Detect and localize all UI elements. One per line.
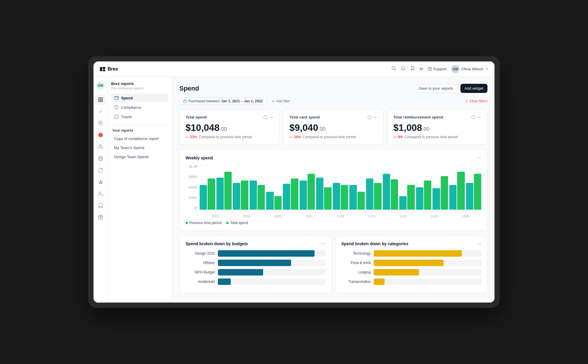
- add-filter-button[interactable]: Add filter: [269, 98, 293, 104]
- svg-rect-2: [103, 69, 105, 71]
- categories-chart-card: Spend broken down by categories Technolo…: [335, 236, 487, 293]
- sidebar-icon-alert[interactable]: [95, 130, 106, 140]
- categories-more-icon[interactable]: [477, 241, 481, 246]
- svg-point-52: [480, 158, 481, 158]
- sidebar-icons: OW: [93, 77, 108, 303]
- clear-filters-button[interactable]: Clear filters: [465, 99, 487, 103]
- brex-logo[interactable]: Brex: [99, 66, 118, 72]
- svg-point-37: [272, 117, 273, 117]
- sidebar-item-spend[interactable]: Spend: [111, 93, 168, 102]
- sidebar-icon-dashboard[interactable]: [95, 94, 106, 105]
- info-icon-0[interactable]: [263, 115, 268, 119]
- svg-point-54: [323, 243, 324, 244]
- bar-current-7: [324, 187, 331, 210]
- category-label-0: Technology: [341, 251, 371, 256]
- support-icon: [428, 67, 432, 71]
- kpi-title-2: Total reimbursement spend: [393, 115, 443, 119]
- budget-track-3: [218, 278, 325, 285]
- category-fill-2: [374, 269, 419, 275]
- weekly-chart-container: $1.2M $900K $600K $300K $0: [186, 165, 481, 218]
- sidebar-report-my-teams-spend[interactable]: My Team's Spend: [111, 143, 168, 152]
- svg-point-14: [99, 145, 101, 146]
- sidebar-item-travel[interactable]: Travel: [111, 112, 168, 121]
- sidebar-icon-home[interactable]: OW: [95, 80, 106, 91]
- sidebar-icon-globe[interactable]: [95, 153, 106, 164]
- bar-current-3: [258, 185, 265, 210]
- search-icon[interactable]: [391, 66, 396, 72]
- more-icon-2[interactable]: [477, 115, 481, 119]
- budgets-more-icon[interactable]: [321, 241, 325, 246]
- budget-label-3: Incidentals: [186, 280, 215, 284]
- svg-rect-0: [100, 67, 102, 71]
- sidebar-icon-file[interactable]: [95, 165, 106, 176]
- sidebar-icon-users[interactable]: [95, 141, 106, 152]
- app-window: Brex AI Support OW Oliv: [93, 61, 495, 303]
- svg-rect-1: [103, 67, 105, 69]
- kpi-amount-0: $10,048.00: [186, 122, 273, 133]
- chevron-down-icon: [485, 67, 489, 71]
- sidebar-icon-team[interactable]: [95, 188, 106, 199]
- svg-point-56: [477, 243, 478, 244]
- user-avatar: OW: [451, 65, 460, 73]
- ai-icon[interactable]: AI: [420, 67, 423, 71]
- x-label-1: 10/18: [243, 215, 250, 218]
- sidebar-nav: Brex reports Pre-configured reports Spen…: [108, 77, 172, 303]
- topbar-right: AI Support OW Olivia Wilson: [391, 65, 489, 73]
- svg-point-43: [376, 117, 377, 117]
- add-widget-button[interactable]: Add widget: [460, 84, 487, 93]
- sidebar-icon-check[interactable]: [95, 106, 106, 117]
- bar-prev-7: [316, 178, 323, 210]
- clear-icon: [465, 99, 468, 103]
- more-icon-0[interactable]: [269, 115, 273, 119]
- support-button[interactable]: Support: [428, 67, 447, 71]
- info-icon-2[interactable]: [471, 115, 475, 119]
- info-icon-1[interactable]: [368, 115, 372, 119]
- budget-fill-0: [218, 250, 315, 257]
- bar-prev-2: [233, 183, 240, 210]
- svg-point-36: [271, 117, 272, 117]
- sidebar-item-compliance[interactable]: Compliance: [111, 103, 168, 112]
- more-icon-1[interactable]: [373, 115, 377, 119]
- bar-current-5: [291, 178, 298, 210]
- y-label-3: $300K: [186, 196, 197, 199]
- x-label-5: 11/15: [368, 215, 375, 218]
- save-to-reports-button[interactable]: Save to your reports: [414, 84, 457, 93]
- bar-prev-9: [349, 185, 357, 210]
- kpi-cents-0: .00: [220, 126, 227, 132]
- kpi-cents-1: .00: [318, 126, 325, 132]
- svg-rect-6: [98, 98, 100, 99]
- svg-rect-7: [101, 98, 102, 99]
- bar-prev-10: [366, 178, 373, 210]
- date-filter-prefix: Purchased between: [188, 99, 220, 103]
- weekly-chart-more-icon[interactable]: [477, 156, 481, 160]
- sidebar-report-copy-compliance[interactable]: Copy of compliance report: [111, 134, 168, 143]
- chart-group-15: [449, 165, 465, 210]
- svg-point-20: [99, 192, 101, 193]
- sidebar-icon-location[interactable]: [95, 118, 106, 128]
- category-label-2: Lodging: [341, 270, 371, 274]
- category-label-3: Transportation: [341, 280, 371, 284]
- sidebar-icon-book[interactable]: [95, 200, 106, 211]
- sidebar-icon-chart[interactable]: [95, 177, 106, 187]
- bar-prev-15: [449, 185, 457, 210]
- bar-current-8: [341, 185, 348, 210]
- kpi-title-0: Total spend: [186, 115, 207, 119]
- bar-current-16: [474, 174, 481, 210]
- topbar: Brex AI Support OW Oliv: [93, 61, 495, 77]
- kpi-change-label-1: Compared to previous time period: [303, 135, 356, 139]
- notifications-icon[interactable]: [401, 66, 405, 72]
- kpi-row: Total spend $10,048.00: [179, 109, 487, 145]
- brex-logo-icon: [99, 66, 106, 72]
- sidebar-icon-gift[interactable]: [95, 212, 106, 223]
- y-label-4: $0: [186, 206, 197, 210]
- budget-label-1: Offsites: [186, 261, 215, 265]
- chart-group-3: [250, 165, 265, 210]
- bar-prev-5: [283, 184, 290, 210]
- sidebar-report-design-team-spend[interactable]: Design Team Spend: [111, 153, 168, 161]
- add-filter-label: Add filter: [276, 99, 290, 103]
- bookmarks-icon[interactable]: [410, 66, 415, 72]
- user-menu[interactable]: OW Olivia Wilson: [451, 65, 489, 73]
- budgets-bars: Design 2022OffsitesWFH BudgetIncidentals: [186, 250, 325, 285]
- filter-left: Purchased between Jan 1, 2021 – Jan 1, 2…: [179, 98, 293, 105]
- date-filter-tag[interactable]: Purchased between Jan 1, 2021 – Jan 1, 2…: [179, 98, 267, 105]
